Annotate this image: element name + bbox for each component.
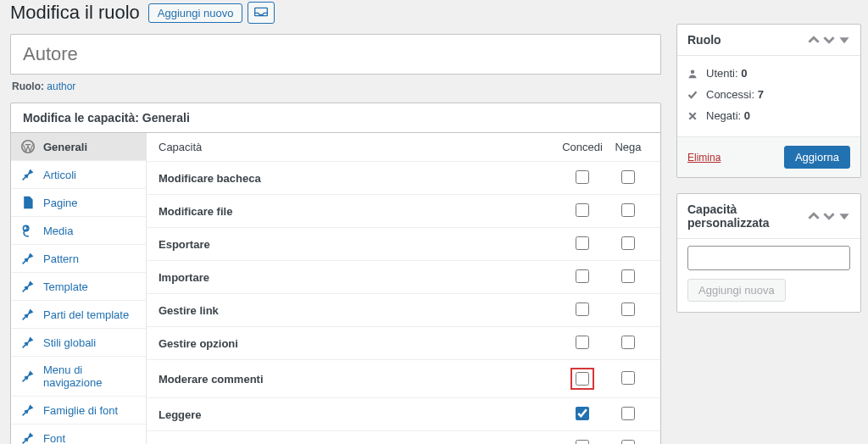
role-slug-label: Ruolo:: [12, 80, 44, 92]
caret-icon[interactable]: [838, 210, 850, 222]
grant-checkbox[interactable]: [576, 336, 589, 349]
nav-label: Template: [43, 280, 88, 293]
nav-item-pattern[interactable]: Pattern: [11, 245, 146, 273]
nav-item-stili-globali[interactable]: Stili globali: [11, 329, 146, 357]
nav-item-famiglie-di-font[interactable]: Famiglie di font: [11, 397, 146, 425]
grant-checkbox[interactable]: [576, 407, 589, 420]
pin-icon: [21, 369, 35, 383]
capability-name: Gestire link: [159, 304, 557, 317]
user-icon: [687, 69, 699, 79]
panel-controls: [808, 210, 850, 222]
nav-label: Famiglie di font: [43, 404, 118, 417]
update-button[interactable]: Aggiorna: [784, 146, 850, 169]
deny-checkbox[interactable]: [621, 236, 635, 250]
capability-name: Importare: [159, 271, 557, 284]
media-icon: [21, 224, 35, 237]
chevron-down-icon[interactable]: [823, 34, 835, 46]
stat-granted-count: 7: [758, 88, 764, 101]
grant-checkbox[interactable]: [576, 269, 589, 283]
deny-checkbox[interactable]: [621, 269, 635, 283]
capability-row: Moderare commenti: [147, 360, 660, 398]
import-export-button[interactable]: [248, 2, 275, 24]
capability-row: Gestire link: [147, 294, 660, 327]
capabilities-heading: Modifica le capacità: Generali: [11, 103, 660, 133]
stat-users-label: Utenti:: [706, 67, 738, 80]
nav-item-template[interactable]: Template: [11, 273, 146, 301]
inbox-icon: [254, 7, 268, 19]
nav-item-articoli[interactable]: Articoli: [11, 161, 146, 189]
custom-capability-input[interactable]: [687, 246, 850, 270]
caret-icon[interactable]: [838, 34, 850, 46]
col-name: Capacità: [159, 141, 557, 153]
nav-label: Pattern: [43, 253, 79, 265]
stat-denied-label: Negati:: [706, 109, 741, 122]
capabilities-table: CapacitàConcediNegaModificare bachecaMod…: [147, 133, 660, 444]
capability-row: Importare: [147, 261, 660, 294]
chevron-up-icon[interactable]: [808, 210, 820, 222]
capability-row: HTML non filtrato: [147, 431, 660, 444]
custom-panel-title: Capacità personalizzata: [687, 203, 808, 230]
pin-icon: [21, 280, 35, 293]
capabilities-box: Modifica le capacità: Generali GeneraliA…: [10, 103, 661, 444]
deny-checkbox[interactable]: [621, 440, 635, 445]
nav-label: Stili globali: [43, 336, 96, 349]
capability-name: HTML non filtrato: [159, 441, 557, 445]
nav-item-parti-del-template[interactable]: Parti del template: [11, 301, 146, 329]
deny-checkbox[interactable]: [621, 371, 635, 385]
chevron-down-icon[interactable]: [823, 210, 835, 222]
nav-item-generali[interactable]: Generali: [11, 133, 146, 161]
deny-checkbox[interactable]: [621, 170, 635, 184]
add-new-button[interactable]: Aggiungi nuovo: [148, 3, 243, 23]
stat-granted-label: Concessi:: [706, 88, 754, 101]
deny-checkbox[interactable]: [621, 407, 635, 420]
add-custom-button[interactable]: Aggiungi nuova: [687, 279, 786, 302]
grant-checkbox[interactable]: [576, 440, 589, 444]
stat-denied: Negati: 0: [687, 105, 850, 126]
page-icon: [21, 196, 35, 209]
capabilities-nav: GeneraliArticoliPagineMediaPatternTempla…: [11, 133, 147, 444]
page-title: Modifica il ruolo: [10, 2, 140, 24]
svg-point-2: [691, 69, 695, 74]
nav-item-pagine[interactable]: Pagine: [11, 189, 146, 217]
grant-checkbox[interactable]: [576, 236, 589, 250]
col-grant: Concedi: [557, 141, 608, 153]
pin-icon: [21, 336, 35, 349]
deny-checkbox[interactable]: [621, 302, 635, 316]
nav-label: Generali: [43, 141, 87, 153]
capability-row: Esportare: [147, 228, 660, 261]
nav-label: Pagine: [43, 197, 77, 209]
capability-row: Gestire opzioni: [147, 327, 660, 360]
grant-checkbox[interactable]: [576, 302, 589, 316]
capability-row: Modificare file: [147, 195, 660, 228]
grant-checkbox[interactable]: [576, 372, 589, 386]
capability-name: Modificare file: [159, 205, 557, 218]
stat-users: Utenti: 0: [687, 63, 850, 84]
capability-name: Modificare bacheca: [159, 172, 557, 185]
page-header: Modifica il ruolo Aggiungi nuovo: [3, 0, 661, 34]
pin-icon: [21, 431, 35, 444]
capability-name: Esportare: [159, 238, 557, 251]
nav-label: Menu di navigazione: [43, 364, 136, 389]
wp-icon: [21, 140, 35, 153]
nav-item-media[interactable]: Media: [11, 217, 146, 245]
chevron-up-icon[interactable]: [808, 34, 820, 46]
grant-checkbox[interactable]: [576, 203, 589, 217]
role-panel-title: Ruolo: [687, 33, 721, 47]
capability-row: Modificare bacheca: [147, 162, 660, 195]
pin-icon: [21, 168, 35, 181]
grant-checkbox[interactable]: [576, 170, 589, 184]
deny-checkbox[interactable]: [621, 203, 635, 217]
x-icon: [687, 111, 699, 121]
nav-item-font[interactable]: Font: [11, 425, 146, 444]
role-panel: Ruolo Utenti: 0 Concessi: 7: [676, 24, 861, 178]
nav-item-menu-di-navigazione[interactable]: Menu di navigazione: [11, 357, 146, 397]
nav-label: Parti del template: [43, 308, 129, 321]
delete-link[interactable]: Elimina: [687, 152, 721, 164]
stat-granted: Concessi: 7: [687, 84, 850, 105]
pin-icon: [21, 403, 35, 417]
capability-name: Moderare commenti: [159, 373, 557, 386]
custom-capability-panel: Capacità personalizzata Aggiungi nuova: [676, 193, 861, 313]
role-title: Autore: [10, 34, 661, 75]
deny-checkbox[interactable]: [621, 336, 635, 349]
stat-denied-count: 0: [744, 109, 750, 122]
